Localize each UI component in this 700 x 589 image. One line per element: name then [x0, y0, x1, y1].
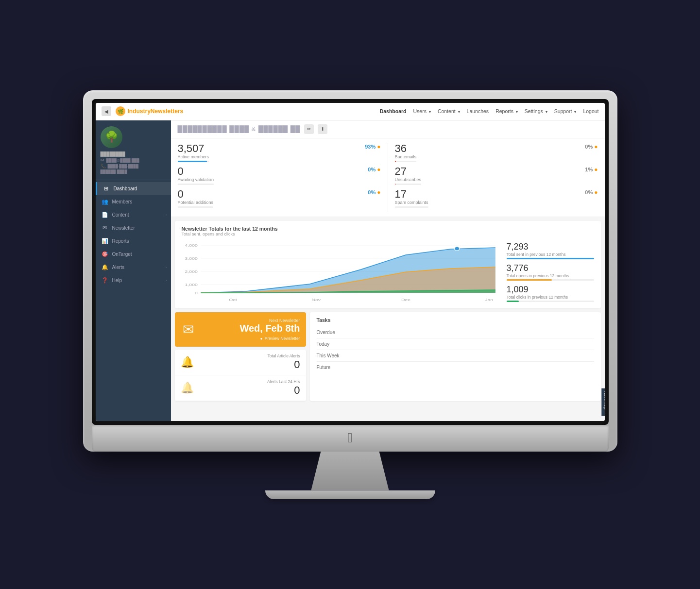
- spam-bar-bg: [395, 206, 428, 208]
- spam-pct: 0%: [585, 189, 593, 195]
- bad-emails-dot: ●: [594, 143, 598, 150]
- profile-address: ██████ ████: [101, 169, 166, 174]
- need-help-badge[interactable]: Need Help ?: [602, 388, 605, 416]
- unsubs-value: 27: [395, 166, 422, 177]
- stats-section: 3,507 Active members 93%: [171, 138, 605, 217]
- alert-content-2: Alerts Last 24 Hrs 0: [199, 379, 300, 397]
- nav-users[interactable]: Users ▾: [413, 108, 431, 114]
- profile-name: ████████: [101, 151, 166, 157]
- bad-emails-pct: 0%: [585, 144, 593, 150]
- svg-text:4,000: 4,000: [185, 243, 197, 248]
- nav-settings[interactable]: Settings ▾: [525, 108, 547, 114]
- bottom-section: ✉ Next Newsletter Wed, Feb 8th ● Preview…: [175, 312, 601, 401]
- awaiting-meta: 0% ●: [368, 166, 380, 173]
- monitor-wrapper: ◀ 🌿 IndustryNewsletters: [83, 90, 617, 499]
- logo-icon: 🌿: [115, 106, 126, 117]
- potential-dot: ●: [377, 189, 380, 196]
- awaiting-value: 0: [178, 166, 214, 177]
- stats-right: 36 Bad emails 0% ●: [388, 143, 598, 212]
- alert-content-1: Total Article Alerts 0: [199, 353, 300, 371]
- email-icon: ✉: [101, 158, 104, 163]
- next-newsletter-label: Next Newsletter: [181, 318, 300, 323]
- awaiting-dot: ●: [377, 166, 380, 173]
- spam-value: 17: [395, 189, 428, 200]
- chart-sent-bar-bg: [507, 258, 594, 259]
- sidebar-item-ontarget[interactable]: 🎯 OnTarget: [96, 248, 171, 261]
- task-overdue[interactable]: Overdue: [317, 327, 594, 338]
- avatar: 🌳: [101, 126, 122, 148]
- awaiting-bar-bg: [178, 184, 214, 185]
- chevron-right-icon: ›: [166, 213, 167, 217]
- sidebar-item-reports[interactable]: 📊 Reports: [96, 235, 171, 248]
- content-icon: 📄: [102, 212, 108, 218]
- stat-row-awaiting: 0 Awaiting validation 0%: [178, 166, 381, 185]
- stats-left: 3,507 Active members 93%: [178, 143, 388, 212]
- nav-dashboard[interactable]: Dashboard: [380, 108, 407, 114]
- task-future[interactable]: Future: [317, 362, 594, 373]
- unsubs-label: Unsubscribes: [395, 177, 422, 182]
- active-members-bar-bg: [178, 161, 209, 162]
- sidebar-item-newsletter[interactable]: ✉ Newsletter: [96, 221, 171, 235]
- nav-launches[interactable]: Launches: [467, 108, 489, 114]
- edit-button[interactable]: ✏: [304, 124, 314, 134]
- alert-bell-icon-2: 🔔: [181, 382, 194, 394]
- preview-newsletter-btn[interactable]: ● Preview Newsletter: [181, 336, 300, 341]
- nav-content[interactable]: Content ▾: [438, 108, 460, 114]
- spam-label: Spam complaints: [395, 200, 428, 205]
- svg-point-16: [454, 247, 460, 251]
- active-members-pct: 93%: [365, 144, 376, 150]
- alerts-widget: 🔔 Total Article Alerts 0 🔔: [175, 350, 306, 401]
- preview-label: Preview Newsletter: [265, 336, 300, 341]
- svg-text:Jan: Jan: [485, 298, 493, 302]
- spam-dot: ●: [594, 189, 598, 196]
- ontarget-icon: 🎯: [102, 251, 108, 257]
- chart-clicks-value: 1,009: [507, 285, 594, 295]
- potential-label: Potential additions: [178, 200, 214, 205]
- bad-emails-value: 36: [395, 143, 417, 154]
- stat-row-spam: 17 Spam complaints 0%: [395, 189, 598, 208]
- chart-opens-desc: Total opens in previous 12 months: [507, 273, 594, 278]
- nav-support[interactable]: Support ▾: [554, 108, 577, 114]
- logo-area: 🌿 IndustryNewsletters: [115, 106, 184, 117]
- chart-sent-value: 7,293: [507, 242, 594, 252]
- sidebar-nav: ⊞ Dashboard 👥 Members 📄 Content: [96, 180, 171, 421]
- task-this-week[interactable]: This Week: [317, 350, 594, 362]
- alert-row-24h: 🔔 Alerts Last 24 Hrs 0: [175, 375, 306, 401]
- stat-row-potential: 0 Potential additions 0%: [178, 189, 381, 208]
- phone-icon: 📞: [101, 164, 106, 168]
- spam-meta: 0% ●: [585, 189, 598, 196]
- active-members-dot: ●: [377, 143, 380, 150]
- alert-bell-icon-1: 🔔: [181, 356, 194, 369]
- newsletter-icon: ✉: [102, 225, 108, 231]
- potential-bar-bg: [178, 206, 214, 208]
- topbar-nav: Dashboard Users ▾ Content ▾ Launches Rep…: [380, 108, 599, 114]
- sidebar-item-help[interactable]: ❓ Help ›: [96, 274, 171, 287]
- monitor-bezel: ◀ 🌿 IndustryNewsletters: [92, 99, 609, 425]
- total-alerts-label: Total Article Alerts: [199, 353, 300, 358]
- svg-text:Nov: Nov: [311, 298, 321, 302]
- 24h-alerts-value: 0: [199, 384, 300, 397]
- sidebar-item-alerts[interactable]: 🔔 Alerts ›: [96, 261, 171, 274]
- stat-row-unsubs: 27 Unsubscribes 1% ●: [395, 166, 598, 185]
- task-today[interactable]: Today: [317, 338, 594, 350]
- sidebar-item-dashboard[interactable]: ⊞ Dashboard: [96, 182, 171, 195]
- chart-stat-sent: 7,293 Total sent in previous 12 months: [507, 242, 594, 259]
- unsubs-bar-bg: [395, 184, 422, 185]
- sidebar: 🌳 ████████ ✉ ████@████.███ 📞 ████-███-██…: [96, 120, 171, 421]
- nav-reports[interactable]: Reports ▾: [495, 108, 518, 114]
- topbar: ◀ 🌿 IndustryNewsletters: [96, 103, 605, 120]
- chart-stat-clicks: 1,009 Total clicks in previous 12 months: [507, 285, 594, 302]
- active-members-meta: 93% ●: [365, 143, 380, 150]
- sidebar-item-members[interactable]: 👥 Members: [96, 195, 171, 208]
- upload-button[interactable]: ⬆: [318, 124, 327, 134]
- svg-text:Oct: Oct: [229, 298, 237, 302]
- nav-logout[interactable]: Logout: [583, 108, 598, 114]
- logo-text: IndustryNewsletters: [128, 108, 184, 115]
- chart-opens-bar-bg: [507, 279, 594, 281]
- sidebar-item-content[interactable]: 📄 Content ›: [96, 208, 171, 221]
- apple-logo: : [347, 430, 352, 446]
- app: ◀ 🌿 IndustryNewsletters: [96, 103, 605, 421]
- back-button[interactable]: ◀: [102, 106, 111, 116]
- avatar-icon: 🌳: [105, 131, 118, 143]
- chart-clicks-desc: Total clicks in previous 12 months: [507, 295, 594, 300]
